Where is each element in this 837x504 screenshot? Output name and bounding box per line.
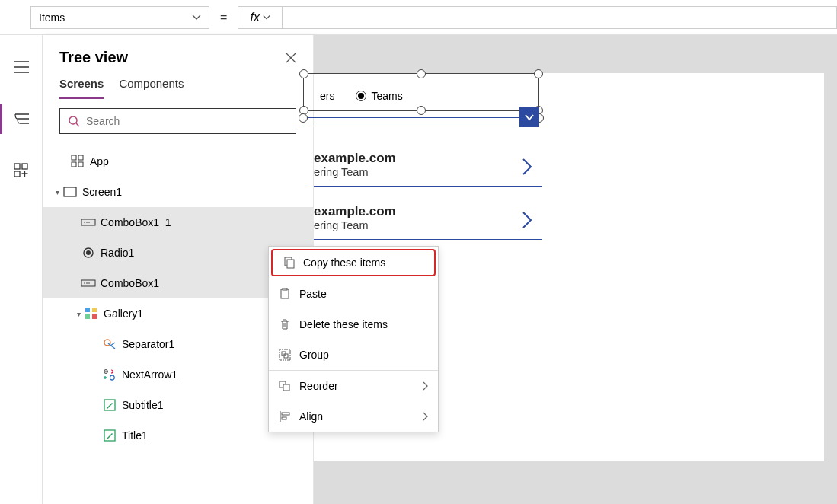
group-icon [278,349,292,361]
reorder-icon [278,380,292,392]
chevron-right-icon [423,381,429,391]
context-menu: Copy these items Paste Delete these item… [268,246,439,432]
svg-point-17 [86,282,88,284]
ctx-label: Delete these items [299,318,388,330]
chevron-right-icon[interactable] [521,157,535,177]
left-rail [0,35,43,504]
svg-rect-9 [81,219,95,225]
chevron-right-icon[interactable] [521,210,535,230]
search-box[interactable] [59,108,296,134]
label-edit-icon [102,429,117,442]
tree-item-app[interactable]: App [43,146,313,177]
ctx-label: Paste [299,288,327,300]
tree-item-label: Gallery1 [104,308,143,320]
svg-rect-28 [287,260,294,268]
gallery-item-title: example.com [314,151,542,166]
tree-item-screen1[interactable]: ▾ Screen1 [43,177,313,207]
collapse-icon[interactable]: ▾ [73,310,84,318]
radio-group[interactable]: ers Teams [320,90,403,102]
svg-rect-5 [78,155,83,160]
svg-rect-8 [64,187,76,196]
formula-input[interactable] [282,6,837,29]
svg-rect-36 [282,413,289,415]
tree-item-label: Title1 [122,429,148,442]
svg-point-18 [88,282,90,284]
gallery-item-subtitle: ering Team [314,166,542,178]
ctx-label: Reorder [299,380,338,392]
combobox-icon [81,278,96,289]
gallery-item-title: example.com [314,204,542,219]
property-select-value: Items [39,11,65,24]
collapse-icon[interactable]: ▾ [52,188,62,196]
close-icon[interactable] [286,53,296,63]
tree-item-combobox1-1[interactable]: ComboBox1_1 ··· [43,207,313,238]
tree-item-label: Radio1 [101,247,134,259]
svg-rect-35 [283,384,289,391]
ctx-delete[interactable]: Delete these items [269,309,438,340]
svg-rect-2 [14,171,20,177]
svg-rect-19 [85,308,90,312]
svg-rect-0 [14,164,20,169]
ctx-label: Copy these items [303,257,385,269]
svg-point-12 [88,222,90,223]
radio-label: ers [320,90,334,102]
radio-circle-icon [356,91,366,101]
tree-view-rail-icon[interactable] [0,104,43,134]
search-icon [68,115,80,127]
tree-item-label: Subtitle1 [122,399,163,411]
paste-icon [278,288,292,300]
radio-teams[interactable]: Teams [356,90,402,102]
ctx-copy[interactable]: Copy these items [271,249,436,276]
tree-item-label: Screen1 [82,186,122,198]
svg-rect-6 [72,162,76,167]
trash-icon [278,318,292,330]
svg-point-10 [84,222,85,223]
property-select[interactable]: Items [30,6,209,29]
equals-label: = [220,11,227,24]
tab-components[interactable]: Components [119,77,184,99]
ctx-paste[interactable]: Paste [269,279,438,309]
svg-point-16 [84,282,85,284]
svg-point-14 [86,250,91,255]
tree-item-label: App [90,155,109,167]
fx-label: fx [251,11,260,24]
ctx-label: Align [299,410,323,423]
svg-point-11 [86,222,88,223]
svg-rect-30 [283,288,287,290]
tab-screens[interactable]: Screens [59,77,104,99]
radio-users[interactable]: ers [320,90,334,102]
ctx-reorder[interactable]: Reorder [269,371,438,401]
nextarrow-icon [102,368,117,381]
formula-bar: Items = fx [0,0,837,35]
components-rail-icon[interactable] [0,155,43,186]
svg-rect-22 [92,314,97,319]
svg-rect-31 [280,349,290,360]
ctx-label: Group [299,349,329,361]
label-edit-icon [102,399,117,411]
gallery-item[interactable]: example.com ering Team [314,146,542,187]
gallery-icon [84,307,99,321]
svg-rect-20 [92,308,97,312]
align-icon [278,410,292,423]
svg-rect-21 [85,314,90,319]
app-icon [70,155,85,168]
tree-view-title: Tree view [59,49,128,66]
svg-rect-1 [22,164,27,169]
svg-rect-4 [72,155,76,160]
tree-item-label: ComboBox1_1 [101,216,171,228]
hamburger-icon[interactable] [0,52,43,82]
ctx-group[interactable]: Group [269,340,438,370]
ctx-align[interactable]: Align [269,401,438,432]
tree-item-label: Separator1 [122,338,174,350]
chevron-down-icon [192,13,201,22]
chevron-down-icon[interactable] [519,107,539,127]
fx-button[interactable]: fx [238,6,282,29]
gallery-item[interactable]: example.com ering Team [314,199,542,240]
chevron-right-icon [423,412,429,421]
separator-icon [102,338,117,350]
copy-icon [282,257,296,269]
combobox-selection[interactable] [303,117,539,126]
search-input[interactable] [86,115,288,127]
radio-label: Teams [371,90,402,102]
gallery-item-subtitle: ering Team [314,219,542,231]
